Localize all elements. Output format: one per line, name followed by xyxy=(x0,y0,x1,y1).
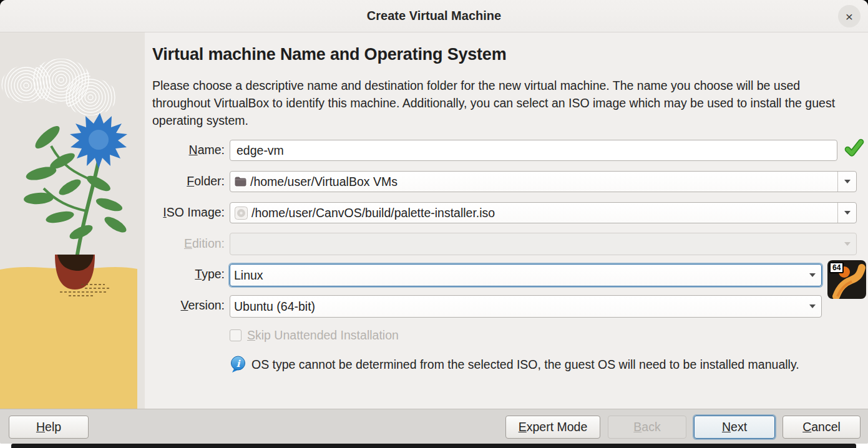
name-label: Name: xyxy=(150,143,225,157)
iso-combobox[interactable]: /home/user/CanvOS/build/palette-installe… xyxy=(230,202,857,223)
back-button: Back xyxy=(608,416,686,439)
skip-unattended-checkbox xyxy=(230,329,241,341)
iso-label: ISO Image: xyxy=(150,205,225,220)
expert-mode-button[interactable]: Expert Mode xyxy=(505,416,600,439)
folder-icon xyxy=(235,177,246,187)
folder-label: Folder: xyxy=(150,174,225,188)
chevron-down-icon xyxy=(844,211,851,215)
wizard-page: Virtual machine Name and Operating Syste… xyxy=(145,32,868,409)
iso-value: /home/user/CanvOS/build/palette-installe… xyxy=(248,206,837,220)
page-title: Virtual machine Name and Operating Syste… xyxy=(152,45,507,64)
version-label: Version: xyxy=(150,298,225,313)
cancel-button[interactable]: Cancel xyxy=(783,416,861,439)
valid-check-icon xyxy=(844,139,864,158)
version-value: Ubuntu (64-bit) xyxy=(230,299,804,314)
64bit-badge: 64 xyxy=(829,262,844,273)
chevron-down-icon xyxy=(809,304,816,308)
chevron-down-icon xyxy=(844,180,851,183)
skip-unattended-row: Skip Unattended Installation xyxy=(230,328,399,343)
version-dropdown-button[interactable] xyxy=(804,304,821,308)
folder-combobox[interactable]: /home/user/VirtualBox VMs xyxy=(230,171,857,192)
type-value: Linux xyxy=(230,268,804,283)
title-bar: Create Virtual Machine × xyxy=(0,0,868,32)
close-button[interactable]: × xyxy=(838,5,861,27)
next-button[interactable]: Next xyxy=(694,416,775,439)
page-description: Please choose a descriptive name and des… xyxy=(152,77,861,129)
folder-dropdown-button[interactable] xyxy=(837,172,856,192)
name-input[interactable] xyxy=(230,140,837,161)
version-combobox[interactable]: Ubuntu (64-bit) xyxy=(230,295,822,318)
close-icon: × xyxy=(846,10,853,23)
disc-icon xyxy=(235,207,248,220)
edition-label: Edition: xyxy=(150,236,225,251)
chevron-down-icon xyxy=(844,242,851,246)
create-vm-dialog: Create Virtual Machine × xyxy=(0,0,868,444)
chevron-down-icon xyxy=(809,273,816,277)
info-icon: i xyxy=(230,356,246,373)
backdrop-window-edge xyxy=(11,444,856,448)
dialog-button-bar: Help Expert Mode Back Next Cancel xyxy=(0,409,868,444)
info-message: OS type cannot be determined from the se… xyxy=(251,356,822,373)
folder-value: /home/user/VirtualBox VMs xyxy=(246,175,837,189)
os-type-icon: 64 xyxy=(827,260,866,299)
iso-dropdown-button[interactable] xyxy=(837,203,856,223)
info-message-row: i OS type cannot be determined from the … xyxy=(230,356,822,373)
skip-unattended-label: Skip Unattended Installation xyxy=(247,328,399,343)
wizard-illustration-panel xyxy=(0,32,145,409)
plant-illustration xyxy=(0,32,145,409)
type-dropdown-button[interactable] xyxy=(804,273,821,277)
help-button[interactable]: Help xyxy=(9,416,89,439)
type-label: Type: xyxy=(150,267,225,281)
edition-combobox xyxy=(230,233,857,255)
type-combobox[interactable]: Linux xyxy=(230,264,822,286)
dialog-title: Create Virtual Machine xyxy=(0,9,868,23)
